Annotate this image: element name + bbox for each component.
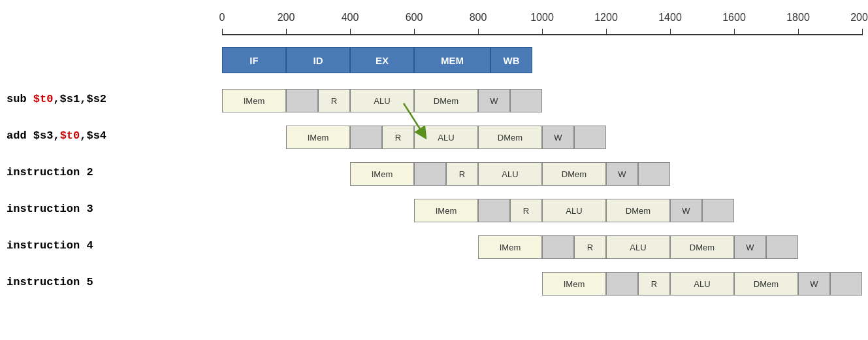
pipe-cell-r4-c3: ALU bbox=[606, 235, 670, 259]
time-tick-1200: 1200 bbox=[594, 12, 618, 24]
time-tick-600: 600 bbox=[406, 12, 423, 24]
pipe-cell-r3-c4: DMem bbox=[606, 199, 670, 222]
pipe-cell-r0-c3: ALU bbox=[350, 89, 414, 112]
pipe-cell-r4-c1 bbox=[542, 235, 574, 259]
pipe-cell-r1-c2: R bbox=[382, 126, 414, 149]
stage-header-wb: WB bbox=[490, 47, 532, 73]
pipe-cell-r2-c5: W bbox=[606, 162, 638, 186]
tick-marks bbox=[222, 29, 862, 35]
pipe-cell-r4-c2: R bbox=[574, 235, 606, 259]
pipe-cell-r3-c0: IMem bbox=[414, 199, 478, 222]
pipe-cell-r5-c3: ALU bbox=[670, 272, 734, 296]
pipe-cell-r0-c0: IMem bbox=[222, 89, 286, 112]
tick-mark-400 bbox=[350, 29, 351, 35]
pipe-cell-r1-c1 bbox=[350, 126, 382, 149]
pipe-cell-r4-c4: DMem bbox=[670, 235, 734, 259]
stage-header-id: ID bbox=[286, 47, 350, 73]
tick-mark-1600 bbox=[734, 29, 735, 35]
instruction-label-4: instruction 4 bbox=[7, 239, 93, 252]
time-tick-400: 400 bbox=[342, 12, 359, 24]
time-tick-1000: 1000 bbox=[530, 12, 554, 24]
pipe-cell-r2-c3: ALU bbox=[478, 162, 542, 186]
instruction-label-1: add $s3,$t0,$s4 bbox=[7, 129, 106, 142]
pipe-cell-r2-c2: R bbox=[446, 162, 478, 186]
instruction-label-5: instruction 5 bbox=[7, 276, 93, 288]
pipeline-header: IFIDEXMEMWB bbox=[222, 47, 532, 73]
pipe-cell-r3-c1 bbox=[478, 199, 510, 222]
tick-mark-200 bbox=[286, 29, 287, 35]
pipe-cell-r4-c6 bbox=[766, 235, 798, 259]
pipe-cell-r0-c5: W bbox=[478, 89, 510, 112]
pipe-cell-r5-c4: DMem bbox=[734, 272, 798, 296]
pipe-cell-r5-c5: W bbox=[798, 272, 830, 296]
pipe-cell-r2-c4: DMem bbox=[542, 162, 606, 186]
instruction-label-3: instruction 3 bbox=[7, 203, 93, 215]
pipe-cell-r0-c2: R bbox=[318, 89, 350, 112]
instruction-label-0: sub $t0,$s1,$s2 bbox=[7, 93, 106, 105]
tick-mark-1000 bbox=[542, 29, 543, 35]
time-tick-0: 0 bbox=[219, 12, 225, 24]
pipe-cell-r5-c2: R bbox=[638, 272, 670, 296]
pipe-cell-r4-c5: W bbox=[734, 235, 766, 259]
pipe-cell-r0-c6 bbox=[510, 89, 542, 112]
tick-mark-1800 bbox=[798, 29, 799, 35]
time-tick-1400: 1400 bbox=[658, 12, 682, 24]
tick-mark-1400 bbox=[670, 29, 671, 35]
pipe-cell-r3-c5: W bbox=[670, 199, 702, 222]
pipe-cell-r1-c3: ALU bbox=[414, 126, 478, 149]
time-tick-200: 200 bbox=[278, 12, 295, 24]
pipe-cell-r4-c0: IMem bbox=[478, 235, 542, 259]
pipe-cell-r1-c0: IMem bbox=[286, 126, 350, 149]
stage-header-ex: EX bbox=[350, 47, 414, 73]
time-tick-1800: 1800 bbox=[786, 12, 810, 24]
pipe-cell-r2-c1 bbox=[414, 162, 446, 186]
pipe-cell-r2-c0: IMem bbox=[350, 162, 414, 186]
tick-mark-2000 bbox=[862, 29, 863, 35]
pipe-cell-r5-c1 bbox=[606, 272, 638, 296]
instruction-label-2: instruction 2 bbox=[7, 166, 93, 178]
pipe-cell-r3-c3: ALU bbox=[542, 199, 606, 222]
time-tick-1600: 1600 bbox=[722, 12, 746, 24]
pipe-cell-r5-c0: IMem bbox=[542, 272, 606, 296]
pipe-cell-r0-c1 bbox=[286, 89, 318, 112]
pipe-cell-r5-c6 bbox=[830, 272, 862, 296]
pipe-cell-r0-c4: DMem bbox=[414, 89, 478, 112]
pipe-cell-r1-c5: W bbox=[542, 126, 574, 149]
time-tick-2000: 2000 bbox=[850, 12, 868, 24]
tick-mark-0 bbox=[222, 29, 223, 35]
tick-mark-800 bbox=[478, 29, 479, 35]
pipe-cell-r3-c2: R bbox=[510, 199, 542, 222]
pipe-cell-r2-c6 bbox=[638, 162, 670, 186]
tick-mark-600 bbox=[414, 29, 415, 35]
stage-header-mem: MEM bbox=[414, 47, 490, 73]
tick-mark-1200 bbox=[606, 29, 607, 35]
pipeline-diagram: 0200400600800100012001400160018002000 IF… bbox=[0, 0, 868, 340]
time-tick-800: 800 bbox=[470, 12, 487, 24]
stage-header-if: IF bbox=[222, 47, 286, 73]
pipe-cell-r1-c4: DMem bbox=[478, 126, 542, 149]
pipe-cell-r1-c6 bbox=[574, 126, 606, 149]
pipe-cell-r3-c6 bbox=[702, 199, 734, 222]
